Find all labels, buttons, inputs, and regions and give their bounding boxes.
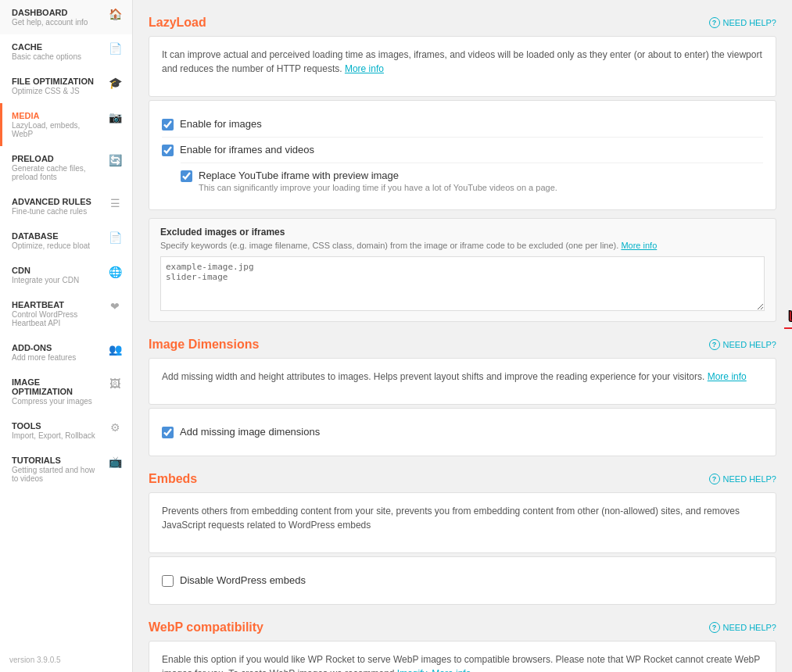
sidebar-item-heartbeat[interactable]: HEARTBEAT Control WordPress Heartbeat AP… xyxy=(0,292,132,335)
enable-images-checkbox[interactable] xyxy=(162,119,174,130)
lazyload-description-panel: It can improve actual and perceived load… xyxy=(149,36,776,97)
sidebar-item-media[interactable]: MEDIA LazyLoad, embeds, WebP 📷 xyxy=(0,103,132,146)
embeds-need-help[interactable]: ? NEED HELP? xyxy=(709,474,776,484)
sidebar-item-dashboard-title: DASHBOARD xyxy=(12,8,101,17)
lazyload-more-info-link[interactable]: More info xyxy=(345,63,384,74)
annotation-bubble: YOU CAN SPECIFY LCP IMAGES TO NOT BE LAZ… xyxy=(784,241,792,329)
sidebar-item-file-optimization[interactable]: FILE OPTIMIZATION Optimize CSS & JS 🎓 xyxy=(0,69,132,103)
image-optimization-icon: 🖼 xyxy=(107,377,123,390)
sidebar-item-image-optimization[interactable]: IMAGE OPTIMIZATION Compress your images … xyxy=(0,370,132,413)
sidebar-item-imgopt-subtitle: Compress your images xyxy=(12,397,101,406)
sidebar-item-preload-subtitle: Generate cache files, preload fonts xyxy=(12,164,101,181)
dashboard-icon: 🏠 xyxy=(107,8,123,20)
sidebar-item-database-subtitle: Optimize, reduce bloat xyxy=(12,241,101,250)
lazyload-options-panel: Enable for images Enable for iframes and… xyxy=(149,100,776,210)
annotation-line3: LOADED HERE ALSO. xyxy=(784,309,792,326)
add-missing-dims-checkbox[interactable] xyxy=(162,427,174,438)
excluded-desc: Specify keywords (e.g. image filename, C… xyxy=(160,241,765,250)
image-dims-more-info[interactable]: More info xyxy=(708,371,747,382)
image-dimensions-options-panel: Add missing image dimensions xyxy=(149,408,776,456)
embeds-need-help-label: NEED HELP? xyxy=(723,474,776,484)
enable-images-label[interactable]: Enable for images xyxy=(180,118,262,130)
enable-iframes-checkbox[interactable] xyxy=(162,145,174,156)
webp-title: WebP compatibility xyxy=(149,620,263,634)
need-help-label: NEED HELP? xyxy=(723,18,776,27)
embeds-options-panel: Disable WordPress embeds xyxy=(149,556,776,605)
add-missing-dims-label[interactable]: Add missing image dimensions xyxy=(180,426,320,438)
sidebar-item-advanced-subtitle: Fine-tune cache rules xyxy=(12,207,101,216)
sidebar-item-tutorials[interactable]: TUTORIALS Getting started and how to vid… xyxy=(0,448,132,491)
disable-embeds-label[interactable]: Disable WordPress embeds xyxy=(180,574,306,586)
sidebar-item-media-title: MEDIA xyxy=(12,111,101,120)
sidebar-item-tutorials-title: TUTORIALS xyxy=(12,456,101,465)
sidebar-item-cache[interactable]: CACHE Basic cache options 📄 xyxy=(0,34,132,69)
webp-more-info[interactable]: More info xyxy=(432,668,471,672)
image-dimensions-need-help[interactable]: ? NEED HELP? xyxy=(709,339,776,350)
enable-iframes-label[interactable]: Enable for iframes and videos xyxy=(180,144,314,155)
disable-embeds-row: Disable WordPress embeds xyxy=(162,568,763,593)
lazyload-need-help[interactable]: ? NEED HELP? xyxy=(709,17,776,28)
replace-youtube-sublabel: This can significantly improve your load… xyxy=(199,183,557,192)
media-icon: 📷 xyxy=(107,111,123,123)
embeds-help-icon: ? xyxy=(709,474,720,484)
version-label: version 3.9.0.5 xyxy=(0,648,132,672)
tools-icon: ⚙ xyxy=(107,421,123,434)
tutorials-icon: 📺 xyxy=(107,456,123,468)
advanced-rules-icon: ☰ xyxy=(107,197,123,209)
nested-youtube-section: Replace YouTube iframe with preview imag… xyxy=(181,163,763,198)
cdn-icon: 🌐 xyxy=(107,266,123,278)
webp-section-header: WebP compatibility ? NEED HELP? xyxy=(149,620,776,634)
replace-youtube-label[interactable]: Replace YouTube iframe with preview imag… xyxy=(199,170,399,181)
sidebar-item-heartbeat-title: HEARTBEAT xyxy=(12,300,101,309)
annotation-line1: YOU CAN SPECIFY LCP xyxy=(784,241,792,275)
image-dimensions-description: Add missing width and height attributes … xyxy=(162,370,763,384)
disable-embeds-checkbox[interactable] xyxy=(162,575,174,587)
annotation-line2: IMAGES TO NOT BE LAZY xyxy=(784,275,792,309)
annotation-underline xyxy=(784,327,792,329)
webp-desc-panel: Enable this option if you would like WP … xyxy=(149,641,776,672)
webp-imagify-link[interactable]: Imagify. xyxy=(397,668,429,672)
sidebar-item-imgopt-title: IMAGE OPTIMIZATION xyxy=(12,377,101,396)
image-dims-need-help-label: NEED HELP? xyxy=(723,340,776,349)
cache-icon: 📄 xyxy=(107,42,123,55)
sidebar-item-tools-title: TOOLS xyxy=(12,421,101,431)
database-icon: 📄 xyxy=(107,231,123,244)
excluded-more-info-link[interactable]: More info xyxy=(621,241,657,250)
enable-images-row: Enable for images xyxy=(162,112,763,137)
sidebar-item-advanced-title: ADVANCED RULES xyxy=(12,197,101,206)
embeds-section-header: Embeds ? NEED HELP? xyxy=(149,472,776,486)
file-optimization-icon: 🎓 xyxy=(107,77,123,89)
webp-need-help[interactable]: ? NEED HELP? xyxy=(709,622,776,633)
sidebar-item-file-opt-title: FILE OPTIMIZATION xyxy=(12,77,101,86)
sidebar-item-database[interactable]: DATABASE Optimize, reduce bloat 📄 xyxy=(0,223,132,258)
sidebar-item-tools-subtitle: Import, Export, Rollback xyxy=(12,431,101,440)
excluded-label: Excluded images or iframes xyxy=(160,227,765,238)
sidebar-item-tutorials-subtitle: Getting started and how to videos xyxy=(12,466,101,483)
sidebar-item-file-opt-subtitle: Optimize CSS & JS xyxy=(12,87,101,95)
sidebar-item-tools[interactable]: TOOLS Import, Export, Rollback ⚙ xyxy=(0,413,132,448)
sidebar-item-advanced-rules[interactable]: ADVANCED RULES Fine-tune cache rules ☰ xyxy=(0,189,132,223)
sidebar-item-preload[interactable]: PRELOAD Generate cache files, preload fo… xyxy=(0,146,132,189)
excluded-panel: Excluded images or iframes Specify keywo… xyxy=(149,218,776,322)
addons-icon: 👥 xyxy=(107,343,123,356)
sidebar-item-add-ons[interactable]: ADD-ONS Add more features 👥 xyxy=(0,335,132,370)
embeds-desc-panel: Prevents others from embedding content f… xyxy=(149,492,776,553)
image-dimensions-title: Image Dimensions xyxy=(149,338,259,352)
lazyload-title: LazyLoad xyxy=(149,16,206,30)
add-missing-dims-row: Add missing image dimensions xyxy=(162,420,763,445)
main-content: LazyLoad ? NEED HELP? It can improve act… xyxy=(133,0,792,672)
sidebar-item-cdn[interactable]: CDN Integrate your CDN 🌐 xyxy=(0,258,132,292)
excluded-textarea[interactable]: example-image.jpg slider-image xyxy=(160,256,765,311)
sidebar-item-dashboard[interactable]: DASHBOARD Get help, account info 🏠 xyxy=(0,0,132,34)
excluded-outer: Excluded images or iframes Specify keywo… xyxy=(149,218,776,322)
lazyload-description: It can improve actual and perceived load… xyxy=(162,48,763,76)
webp-need-help-label: NEED HELP? xyxy=(723,623,776,632)
image-dimensions-section-header: Image Dimensions ? NEED HELP? xyxy=(149,338,776,352)
sidebar-item-addons-title: ADD-ONS xyxy=(12,343,101,352)
sidebar-item-heartbeat-subtitle: Control WordPress Heartbeat API xyxy=(12,310,101,327)
sidebar-item-cache-subtitle: Basic cache options xyxy=(12,52,101,61)
webp-description: Enable this option if you would like WP … xyxy=(162,652,763,672)
embeds-title: Embeds xyxy=(149,472,197,486)
image-dimensions-desc-panel: Add missing width and height attributes … xyxy=(149,358,776,405)
replace-youtube-checkbox[interactable] xyxy=(181,170,192,182)
